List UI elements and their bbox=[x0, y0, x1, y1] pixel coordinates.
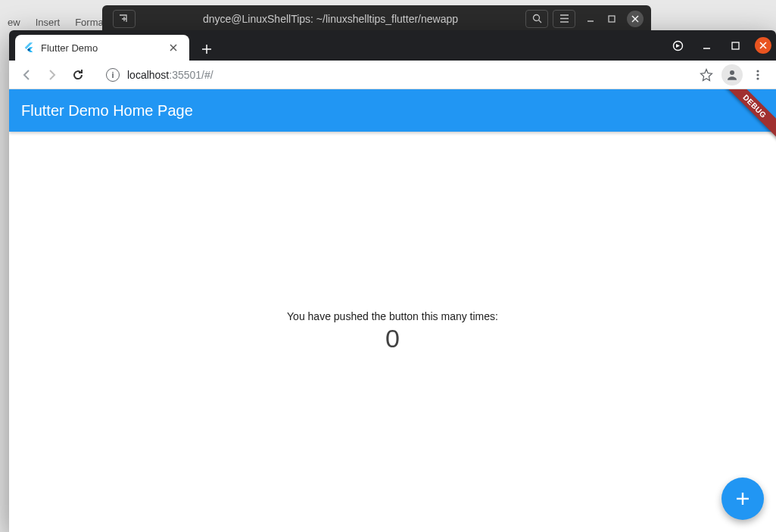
terminal-new-tab-button[interactable] bbox=[113, 10, 136, 28]
terminal-maximize-button[interactable] bbox=[601, 15, 622, 23]
new-tab-button[interactable] bbox=[195, 38, 218, 61]
window-minimize-button[interactable] bbox=[697, 36, 715, 54]
plus-icon bbox=[734, 490, 751, 507]
terminal-search-button[interactable] bbox=[525, 10, 548, 28]
terminal-titlebar: dnyce@LinuxShellTips: ~/linuxshelltips_f… bbox=[102, 5, 651, 32]
svg-rect-16 bbox=[732, 42, 739, 49]
terminal-title: dnyce@LinuxShellTips: ~/linuxshelltips_f… bbox=[136, 13, 525, 25]
bg-menu-item[interactable]: ew bbox=[0, 14, 28, 31]
browser-tab-active[interactable]: Flutter Demo bbox=[15, 35, 189, 61]
window-maximize-button[interactable] bbox=[726, 36, 744, 54]
svg-point-0 bbox=[533, 15, 539, 21]
svg-point-20 bbox=[756, 70, 759, 72]
terminal-menu-button[interactable] bbox=[553, 10, 575, 28]
flutter-body: You have pushed the button this many tim… bbox=[9, 132, 776, 532]
tab-title: Flutter Demo bbox=[41, 42, 170, 54]
browser-toolbar: i localhost:35501/#/ bbox=[9, 61, 776, 89]
tab-close-button[interactable] bbox=[170, 44, 182, 51]
reload-button[interactable] bbox=[67, 64, 89, 86]
counter-value: 0 bbox=[385, 324, 400, 353]
profile-button[interactable] bbox=[721, 64, 743, 86]
back-button[interactable] bbox=[15, 64, 38, 86]
address-bar[interactable]: i localhost:35501/#/ bbox=[97, 64, 687, 86]
url-host: localhost bbox=[127, 69, 169, 81]
svg-marker-14 bbox=[676, 44, 680, 48]
terminal-minimize-button[interactable] bbox=[580, 15, 601, 23]
flutter-appbar: Flutter Demo Home Page bbox=[9, 89, 776, 132]
bg-menu-item[interactable]: Insert bbox=[28, 14, 68, 31]
chromium-indicator-icon[interactable] bbox=[668, 36, 687, 54]
svg-point-22 bbox=[756, 77, 759, 79]
counter-caption: You have pushed the button this many tim… bbox=[287, 310, 498, 322]
svg-point-21 bbox=[756, 73, 759, 76]
site-info-icon[interactable]: i bbox=[106, 68, 120, 82]
terminal-close-button[interactable] bbox=[627, 11, 644, 27]
browser-menu-button[interactable] bbox=[746, 63, 770, 87]
tab-strip: Flutter Demo bbox=[9, 30, 776, 61]
svg-rect-6 bbox=[609, 16, 615, 22]
url-path: :35501/#/ bbox=[169, 69, 213, 81]
flutter-favicon bbox=[23, 42, 35, 54]
appbar-title: Flutter Demo Home Page bbox=[21, 102, 193, 120]
bookmark-star-button[interactable] bbox=[694, 63, 718, 87]
background-menu-bar: ew Insert Forma bbox=[0, 14, 111, 31]
flutter-app: Flutter Demo Home Page DEBUG You have pu… bbox=[9, 89, 776, 532]
svg-line-1 bbox=[538, 20, 541, 23]
floating-action-button[interactable] bbox=[721, 478, 764, 520]
forward-button[interactable] bbox=[41, 64, 64, 86]
svg-point-19 bbox=[730, 70, 734, 75]
browser-window: Flutter Demo bbox=[9, 30, 776, 532]
window-close-button[interactable] bbox=[755, 37, 771, 54]
